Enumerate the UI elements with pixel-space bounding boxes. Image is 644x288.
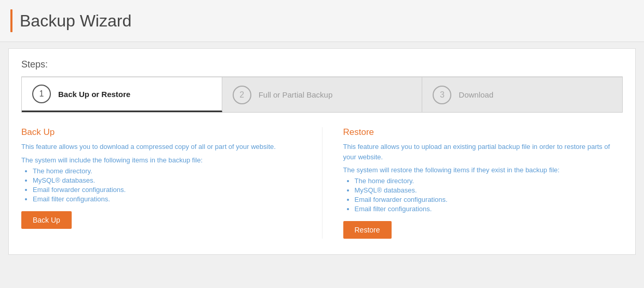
backup-items-list: The home directory. MySQL® databases. Em… <box>21 167 301 203</box>
list-item: MySQL® databases. <box>33 176 301 184</box>
list-item: The home directory. <box>33 167 301 175</box>
list-item: Email filter configurations. <box>355 205 623 213</box>
two-col-section: Back Up This feature allows you to downl… <box>21 127 623 239</box>
steps-label: Steps: <box>21 59 623 70</box>
tab-back-up-or-restore[interactable]: 1 Back Up or Restore <box>22 77 222 112</box>
column-divider <box>322 127 323 239</box>
restore-desc2: The system will restore the following it… <box>343 166 623 174</box>
steps-tabs: 1 Back Up or Restore 2 Full or Partial B… <box>21 77 623 113</box>
main-content: Steps: 1 Back Up or Restore 2 Full or Pa… <box>8 48 636 255</box>
list-item: Email forwarder configurations. <box>33 186 301 194</box>
tab-label-2: Full or Partial Backup <box>259 90 333 99</box>
backup-desc1: This feature allows you to download a co… <box>21 142 301 152</box>
header-accent <box>10 9 12 32</box>
tab-full-or-partial-backup[interactable]: 2 Full or Partial Backup <box>222 77 423 112</box>
step-circle-3: 3 <box>433 86 451 104</box>
tab-download[interactable]: 3 Download <box>422 77 622 112</box>
list-item: Email filter configurations. <box>33 195 301 203</box>
tab-label-1: Back Up or Restore <box>58 90 130 99</box>
list-item: MySQL® databases. <box>355 186 623 194</box>
list-item: The home directory. <box>355 177 623 185</box>
backup-title: Back Up <box>21 127 301 138</box>
step-circle-2: 2 <box>233 86 251 104</box>
restore-title: Restore <box>343 127 623 138</box>
page-title: Backup Wizard <box>20 11 131 31</box>
backup-column: Back Up This feature allows you to downl… <box>21 127 301 239</box>
tab-label-3: Download <box>459 90 493 99</box>
restore-column: Restore This feature allows you to uploa… <box>343 127 623 239</box>
backup-desc2: The system will include the following it… <box>21 156 301 164</box>
restore-desc1: This feature allows you to upload an exi… <box>343 142 623 162</box>
step-circle-1: 1 <box>32 85 51 103</box>
page-header: Backup Wizard <box>0 0 644 42</box>
list-item: Email forwarder configurations. <box>355 196 623 203</box>
restore-button[interactable]: Restore <box>343 221 392 239</box>
restore-items-list: The home directory. MySQL® databases. Em… <box>343 177 623 213</box>
back-up-button[interactable]: Back Up <box>21 211 72 229</box>
